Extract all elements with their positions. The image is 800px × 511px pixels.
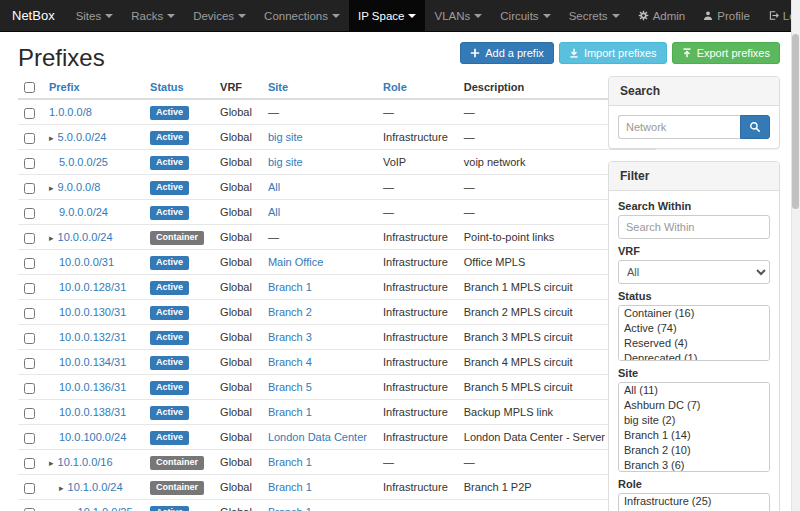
prefix-link[interactable]: 10.0.0.0/24 bbox=[58, 231, 113, 243]
row-checkbox[interactable] bbox=[24, 283, 35, 294]
site-link[interactable]: London Data Center bbox=[268, 431, 367, 443]
prefix-link[interactable]: 5.0.0.0/25 bbox=[59, 156, 108, 168]
site-option[interactable]: All (11) bbox=[619, 383, 769, 398]
prefix-link[interactable]: 10.1.0.0/25 bbox=[78, 506, 133, 511]
role-listbox[interactable]: Infrastructure (25)Management (8)Private… bbox=[618, 493, 770, 511]
table-row: 10.0.0.132/31ActiveGlobalBranch 3Infrast… bbox=[18, 325, 656, 350]
site-link[interactable]: big site bbox=[268, 156, 303, 168]
row-checkbox[interactable] bbox=[24, 458, 35, 469]
site-link[interactable]: All bbox=[268, 206, 280, 218]
prefix-link[interactable]: 10.0.0.128/31 bbox=[59, 281, 126, 293]
row-checkbox[interactable] bbox=[24, 258, 35, 269]
site-option[interactable]: Branch 2 (10) bbox=[619, 443, 769, 458]
search-within-input[interactable] bbox=[618, 215, 770, 239]
site-listbox[interactable]: All (11)Ashburn DC (7)big site (2)Branch… bbox=[618, 382, 770, 472]
row-checkbox[interactable] bbox=[24, 208, 35, 219]
status-option[interactable]: Container (16) bbox=[619, 306, 769, 321]
site-link[interactable]: Branch 1 bbox=[268, 481, 312, 493]
window-scrollbar[interactable] bbox=[791, 0, 800, 511]
nav-item-vlans[interactable]: VLANs bbox=[425, 0, 491, 31]
vrf-select[interactable]: All bbox=[618, 260, 770, 284]
prefix-link[interactable]: 10.1.0.0/24 bbox=[68, 481, 123, 493]
search-button[interactable] bbox=[740, 115, 770, 139]
site-link[interactable]: Branch 1 bbox=[268, 281, 312, 293]
column-header-vrf: VRF bbox=[212, 76, 260, 99]
nav-item-label: Sites bbox=[76, 10, 102, 22]
nav-item-profile[interactable]: Profile bbox=[694, 0, 759, 31]
row-checkbox[interactable] bbox=[24, 483, 35, 494]
role-option[interactable]: Infrastructure (25) bbox=[619, 494, 769, 509]
nav-item-circuits[interactable]: Circuits bbox=[491, 0, 559, 31]
row-checkbox[interactable] bbox=[24, 508, 35, 511]
prefix-link[interactable]: 1.0.0.0/8 bbox=[49, 106, 92, 118]
site-option[interactable]: Branch 3 (6) bbox=[619, 458, 769, 472]
prefix-link[interactable]: 9.0.0.0/8 bbox=[58, 181, 101, 193]
prefix-link[interactable]: 10.0.0.138/31 bbox=[59, 406, 126, 418]
status-option[interactable]: Reserved (4) bbox=[619, 336, 769, 351]
export-prefixes-button[interactable]: Export prefixes bbox=[672, 42, 780, 64]
row-checkbox[interactable] bbox=[24, 158, 35, 169]
site-link[interactable]: Branch 3 bbox=[268, 331, 312, 343]
prefix-link[interactable]: 10.0.0.0/31 bbox=[59, 256, 114, 268]
row-checkbox[interactable] bbox=[24, 233, 35, 244]
row-checkbox[interactable] bbox=[24, 358, 35, 369]
prefix-link[interactable]: 10.0.0.136/31 bbox=[59, 381, 126, 393]
site-link[interactable]: Branch 4 bbox=[268, 356, 312, 368]
filter-panel-title: Filter bbox=[609, 162, 779, 191]
column-header-prefix[interactable]: Prefix bbox=[41, 76, 142, 99]
prefix-link[interactable]: 10.0.0.134/31 bbox=[59, 356, 126, 368]
import-prefixes-button[interactable]: Import prefixes bbox=[559, 42, 667, 64]
scrollbar-thumb[interactable] bbox=[792, 34, 799, 209]
site-option[interactable]: Ashburn DC (7) bbox=[619, 398, 769, 413]
row-checkbox[interactable] bbox=[24, 383, 35, 394]
search-input[interactable] bbox=[618, 115, 740, 139]
column-header-status[interactable]: Status bbox=[142, 76, 212, 99]
nav-item-admin[interactable]: Admin bbox=[629, 0, 695, 31]
prefix-link[interactable]: 5.0.0.0/24 bbox=[58, 131, 107, 143]
column-header-role[interactable]: Role bbox=[375, 76, 456, 99]
status-option[interactable]: Active (74) bbox=[619, 321, 769, 336]
checkbox-cell bbox=[18, 275, 41, 300]
status-option[interactable]: Deprecated (1) bbox=[619, 351, 769, 361]
site-link[interactable]: Branch 2 bbox=[268, 306, 312, 318]
nav-item-secrets[interactable]: Secrets bbox=[560, 0, 629, 31]
site-link[interactable]: All bbox=[268, 181, 280, 193]
site-link[interactable]: Main Office bbox=[268, 256, 323, 268]
select-all-checkbox[interactable] bbox=[24, 82, 35, 93]
prefix-link[interactable]: 10.0.100.0/24 bbox=[59, 431, 126, 443]
nav-item-connections[interactable]: Connections bbox=[255, 0, 349, 31]
table-row: 10.0.0.138/31ActiveGlobalBranch 1Infrast… bbox=[18, 400, 656, 425]
site-label: Site bbox=[618, 367, 770, 379]
prefix-link[interactable]: 10.0.0.130/31 bbox=[59, 306, 126, 318]
row-checkbox[interactable] bbox=[24, 333, 35, 344]
nav-item-devices[interactable]: Devices bbox=[184, 0, 255, 31]
row-checkbox[interactable] bbox=[24, 108, 35, 119]
row-checkbox[interactable] bbox=[24, 408, 35, 419]
prefix-link[interactable]: 9.0.0.0/24 bbox=[59, 206, 108, 218]
site-link[interactable]: Branch 1 bbox=[268, 406, 312, 418]
row-checkbox[interactable] bbox=[24, 433, 35, 444]
chevron-down-icon bbox=[238, 14, 246, 18]
nav-item-ip-space[interactable]: IP Space bbox=[349, 0, 425, 31]
site-option[interactable]: big site (2) bbox=[619, 413, 769, 428]
vrf-cell: Global bbox=[212, 175, 260, 200]
nav-item-racks[interactable]: Racks bbox=[122, 0, 184, 31]
site-option[interactable]: Branch 1 (14) bbox=[619, 428, 769, 443]
row-checkbox[interactable] bbox=[24, 133, 35, 144]
checkbox-cell bbox=[18, 200, 41, 225]
site-link[interactable]: big site bbox=[268, 131, 303, 143]
row-checkbox[interactable] bbox=[24, 183, 35, 194]
row-checkbox[interactable] bbox=[24, 308, 35, 319]
prefix-link[interactable]: 10.0.0.132/31 bbox=[59, 331, 126, 343]
status-listbox[interactable]: Container (16)Active (74)Reserved (4)Dep… bbox=[618, 305, 770, 361]
prefix-link[interactable]: 10.1.0.0/16 bbox=[58, 456, 113, 468]
add-a-prefix-button[interactable]: Add a prefix bbox=[460, 42, 554, 64]
site-link[interactable]: Branch 5 bbox=[268, 381, 312, 393]
role-cell: Infrastructure bbox=[375, 325, 456, 350]
site-cell: Branch 1 bbox=[260, 500, 375, 511]
site-link[interactable]: Branch 1 bbox=[268, 506, 312, 511]
nav-item-sites[interactable]: Sites bbox=[67, 0, 123, 31]
column-header-site[interactable]: Site bbox=[260, 76, 375, 99]
brand-link[interactable]: NetBox bbox=[12, 0, 55, 31]
site-link[interactable]: Branch 1 bbox=[268, 456, 312, 468]
